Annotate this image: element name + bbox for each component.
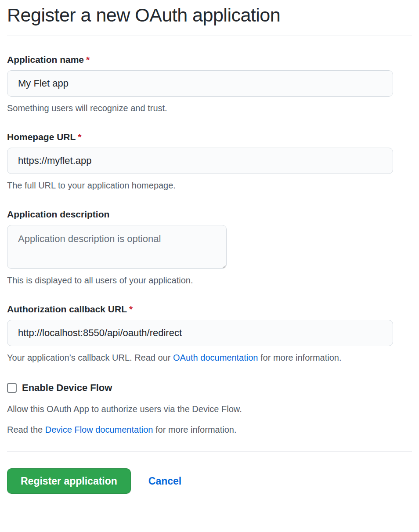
callback-url-input[interactable] xyxy=(7,320,393,346)
page-title: Register a new OAuth application xyxy=(7,0,412,36)
oauth-app-form: Application name* Something users will r… xyxy=(7,54,412,494)
enable-device-flow-checkbox[interactable] xyxy=(7,383,17,393)
homepage-url-label-text: Homepage URL xyxy=(7,132,76,142)
required-asterisk: * xyxy=(129,304,133,314)
actions-divider xyxy=(7,451,412,452)
homepage-url-label: Homepage URL* xyxy=(7,132,412,142)
application-description-label-text: Application description xyxy=(7,209,109,219)
callback-url-help-before: Your application’s callback URL. Read ou… xyxy=(7,353,173,362)
callback-url-label: Authorization callback URL* xyxy=(7,304,412,315)
device-flow-row: Enable Device Flow xyxy=(7,382,412,394)
device-flow-help: Allow this OAuth App to authorize users … xyxy=(7,404,412,414)
callback-url-label-text: Authorization callback URL xyxy=(7,304,127,314)
device-flow-read-before: Read the xyxy=(7,425,45,434)
register-application-button[interactable]: Register application xyxy=(7,468,131,494)
callback-url-group: Authorization callback URL* Your applica… xyxy=(7,304,412,363)
homepage-url-group: Homepage URL* The full URL to your appli… xyxy=(7,132,412,191)
callback-url-help: Your application’s callback URL. Read ou… xyxy=(7,353,412,363)
enable-device-flow-label[interactable]: Enable Device Flow xyxy=(22,382,112,394)
form-container: Register a new OAuth application Applica… xyxy=(0,0,419,494)
cancel-link[interactable]: Cancel xyxy=(148,475,181,487)
oauth-registration-page: Register a new OAuth application Applica… xyxy=(0,0,419,532)
callback-url-help-after: for more information. xyxy=(258,353,341,362)
oauth-documentation-link[interactable]: OAuth documentation xyxy=(173,353,258,362)
application-name-input[interactable] xyxy=(7,70,393,97)
application-name-help: Something users will recognize and trust… xyxy=(7,103,412,113)
device-flow-read-more: Read the Device Flow documentation for m… xyxy=(7,425,412,435)
application-name-group: Application name* Something users will r… xyxy=(7,54,412,113)
homepage-url-input[interactable] xyxy=(7,148,393,174)
device-flow-documentation-link[interactable]: Device Flow documentation xyxy=(45,425,153,434)
required-asterisk: * xyxy=(86,54,90,65)
actions-row: Register application Cancel xyxy=(7,468,412,494)
application-description-label: Application description xyxy=(7,209,412,220)
application-description-textarea[interactable] xyxy=(7,225,227,269)
required-asterisk: * xyxy=(78,132,81,142)
device-flow-read-after: for more information. xyxy=(153,425,236,434)
application-description-group: Application description This is displaye… xyxy=(7,209,412,286)
application-name-label: Application name* xyxy=(7,54,412,65)
homepage-url-help: The full URL to your application homepag… xyxy=(7,181,412,191)
application-description-help: This is displayed to all users of your a… xyxy=(7,275,412,286)
application-name-label-text: Application name xyxy=(7,54,84,65)
